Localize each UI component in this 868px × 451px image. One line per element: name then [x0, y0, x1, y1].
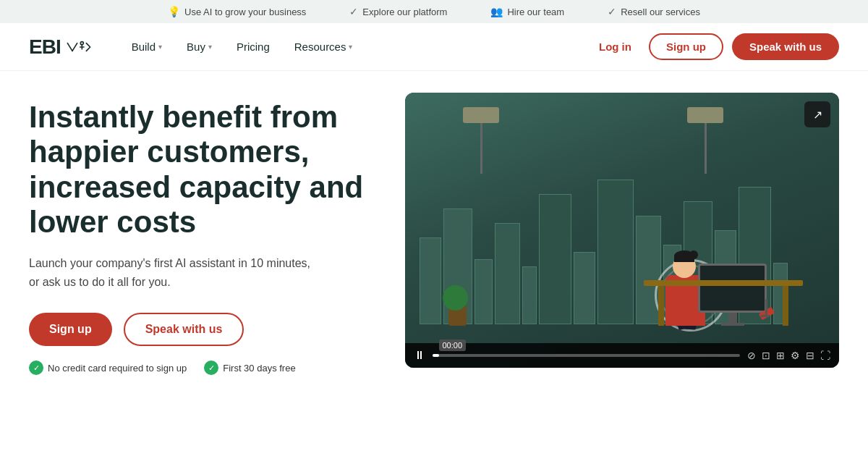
topbar-item-explore[interactable]: ✓ Explore our platform	[349, 6, 447, 17]
pip-icon[interactable]: ⊟	[806, 350, 814, 361]
video-controls-bar: ⏸ 00:00 ⊘ ⊡ ⊞ ⚙ ⊟ ⛶	[405, 343, 839, 368]
chevron-down-icon: ▾	[349, 43, 352, 51]
nav-item-resources[interactable]: Resources ▾	[284, 35, 363, 59]
nav-item-buy[interactable]: Buy ▾	[176, 35, 222, 59]
bulb-icon: 💡	[168, 6, 180, 17]
video-control-icons: ⊘ ⊡ ⊞ ⚙ ⊟ ⛶	[747, 350, 830, 361]
nav-item-pricing[interactable]: Pricing	[226, 35, 280, 59]
topbar-item-resell[interactable]: ✓ Resell our services	[608, 6, 700, 17]
check-icon: ✓	[608, 6, 616, 17]
topbar-label-hire: Hire our team	[507, 7, 564, 17]
navbar: EBI Build ▾ Buy ▾ Pricing Resources ▾	[0, 23, 868, 71]
trust-no-cc: ✓ No credit card required to sign up	[29, 361, 187, 375]
fullscreen-icon[interactable]: ⛶	[820, 350, 830, 361]
logo[interactable]: EBI	[29, 35, 93, 59]
desk-lamp	[760, 310, 774, 317]
announcement-bar: 💡 Use AI to grow your business ✓ Explore…	[0, 0, 868, 23]
topbar-item-hire[interactable]: 👥 Hire our team	[490, 6, 564, 17]
video-timestamp: 00:00	[439, 340, 467, 351]
check-circle-icon: ✓	[29, 361, 43, 375]
hero-signup-button[interactable]: Sign up	[29, 313, 112, 346]
chevron-down-icon: ▾	[158, 43, 162, 51]
trust-label-no-cc: No credit card required to sign up	[48, 363, 187, 374]
hero-heading: Instantly benefit from happier customers…	[29, 100, 376, 240]
topbar-label-ai: Use AI to grow your business	[184, 7, 306, 17]
topbar-label-resell: Resell our services	[621, 7, 700, 17]
video-player[interactable]: ↗ ⏸ 00:00 ⊘ ⊡ ⊞ ⚙ ⊟ ⛶	[405, 93, 839, 368]
speak-with-us-button[interactable]: Speak with us	[732, 33, 839, 60]
video-scene: ↗	[405, 93, 839, 368]
hero-section: Instantly benefit from happier customers…	[0, 71, 868, 389]
nav-item-build[interactable]: Build ▾	[122, 35, 172, 59]
logo-text: EBI	[29, 35, 61, 59]
hero-video-area: ↗ ⏸ 00:00 ⊘ ⊡ ⊞ ⚙ ⊟ ⛶	[405, 93, 839, 368]
nav-label-pricing: Pricing	[237, 41, 270, 53]
settings-icon[interactable]: ⊞	[776, 350, 785, 361]
hero-subtext: Launch your company's first AI assistant…	[29, 254, 318, 291]
chevron-down-icon: ▾	[208, 43, 212, 51]
logo-icon	[64, 37, 93, 57]
people-icon: 👥	[490, 6, 503, 17]
nav-links: Build ▾ Buy ▾ Pricing Resources ▾	[122, 35, 590, 59]
nav-label-build: Build	[132, 41, 156, 53]
hero-content: Instantly benefit from happier customers…	[29, 93, 376, 375]
trust-trial: ✓ First 30 days free	[204, 361, 295, 375]
progress-fill	[433, 354, 439, 357]
nav-label-buy: Buy	[187, 41, 205, 53]
login-button[interactable]: Log in	[590, 35, 640, 59]
subtitle-icon[interactable]: ⊘	[747, 350, 756, 361]
check-circle-icon: ✓	[349, 6, 358, 17]
check-circle-icon: ✓	[204, 361, 218, 375]
captions-icon[interactable]: ⊡	[762, 350, 770, 361]
pause-button[interactable]: ⏸	[414, 349, 425, 362]
desk	[644, 280, 803, 326]
nav-label-resources: Resources	[294, 41, 346, 53]
gear-icon[interactable]: ⚙	[791, 350, 800, 361]
nav-actions: Log in Sign up Speak with us	[590, 33, 839, 60]
signup-button[interactable]: Sign up	[649, 33, 723, 60]
topbar-item-ai[interactable]: 💡 Use AI to grow your business	[168, 6, 306, 17]
plant	[448, 305, 467, 326]
trust-badges: ✓ No credit card required to sign up ✓ F…	[29, 361, 376, 375]
video-progress-bar[interactable]: 00:00	[433, 354, 740, 357]
hero-buttons: Sign up Speak with us	[29, 313, 376, 346]
hero-speak-button[interactable]: Speak with us	[124, 313, 244, 346]
topbar-label-explore: Explore our platform	[362, 7, 447, 17]
video-share-button[interactable]: ↗	[804, 101, 830, 127]
trust-label-trial: First 30 days free	[223, 363, 295, 374]
